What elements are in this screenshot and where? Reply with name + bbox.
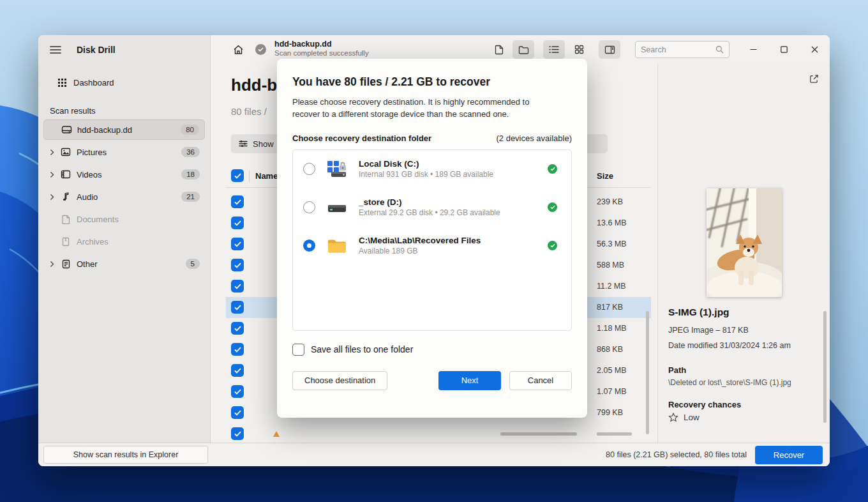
save-to-one-folder-row: Save all files to one folder (292, 344, 572, 356)
column-header-name[interactable]: Name (255, 171, 278, 181)
recovery-chance-value: Low (684, 413, 700, 422)
scan-results-section-label: Scan results (50, 106, 210, 116)
sidebar-item-label: hdd-backup.dd (77, 125, 132, 135)
preview-filename: S-IMG (1).jpg (668, 307, 730, 318)
row-checkbox[interactable] (231, 385, 244, 398)
preview-path-value: \Deleted or lost\_store\S-IMG (1).jpg (668, 378, 791, 387)
sidebar-header: Disk Drill (38, 35, 210, 64)
destination-ok-icon (548, 202, 557, 212)
save-to-one-folder-checkbox[interactable] (292, 344, 304, 356)
destination-option-store[interactable]: _store (D:) External 29.2 GB disk • 29.2… (293, 188, 571, 227)
row-checkbox[interactable] (231, 406, 244, 419)
row-checkbox[interactable] (231, 364, 244, 377)
destination-option-local-disk[interactable]: Local Disk (C:) Internal 931 GB disk • 1… (293, 150, 571, 188)
recover-button[interactable]: Recover (755, 446, 823, 464)
select-all-checkbox[interactable] (231, 169, 244, 182)
file-icon (495, 45, 504, 55)
scan-status-icon (255, 44, 266, 55)
sidebar-item-hdd-backup[interactable]: hdd-backup.dd 80 (43, 119, 205, 140)
archive-icon (57, 237, 74, 247)
row-checkbox[interactable] (231, 322, 244, 335)
search-box (635, 41, 730, 58)
row-checkbox[interactable] (231, 195, 244, 208)
row-checkbox[interactable] (231, 301, 244, 314)
radio-button[interactable] (303, 163, 315, 175)
sidebar-item-label: Videos (77, 170, 102, 179)
scan-title-block: hdd-backup.dd Scan completed successfull… (274, 40, 369, 57)
preview-scrollbar[interactable] (823, 311, 827, 423)
cancel-button[interactable]: Cancel (509, 371, 572, 390)
grid-icon (574, 45, 584, 54)
preview-image[interactable] (707, 188, 782, 297)
radio-button-selected[interactable] (303, 240, 315, 252)
maximize-button[interactable] (771, 39, 797, 59)
sidebar-item-audio[interactable]: Audio 21 (43, 186, 205, 207)
choose-destination-button[interactable]: Choose destination (292, 371, 387, 390)
destination-details: External 29.2 GB disk • 29.2 GB availabl… (359, 208, 500, 217)
scan-title: hdd-backup.dd (274, 40, 369, 49)
sidebar-item-pictures[interactable]: Pictures 36 (43, 142, 205, 162)
selection-status-text: 80 files (2.21 GB) selected, 80 files to… (606, 443, 747, 466)
sidebar-item-other[interactable]: Other 5 (43, 254, 205, 274)
row-checkbox[interactable] (231, 427, 244, 440)
hamburger-menu-icon[interactable] (50, 45, 61, 54)
filter-sliders-icon (239, 140, 248, 148)
radio-button[interactable] (303, 201, 315, 213)
destination-details: Internal 931 GB disk • 189 GB available (359, 170, 493, 179)
file-size: 588 MB (597, 255, 624, 276)
file-row-partial[interactable] (226, 423, 651, 443)
file-size: 11.2 MB (597, 276, 626, 297)
file-view-button[interactable] (488, 40, 510, 59)
destination-ok-icon (548, 164, 557, 174)
count-badge: 36 (181, 147, 200, 157)
chevron-right-icon[interactable] (46, 171, 57, 178)
sidebar-item-label: Documents (77, 215, 119, 224)
other-file-icon (57, 259, 74, 269)
dialog-section-row: Choose recovery destination folder (2 de… (292, 133, 572, 143)
sidebar-item-label: Archives (77, 237, 108, 247)
preview-path-label: Path (668, 365, 686, 375)
file-size: 2.05 MB (597, 360, 627, 381)
column-header-size[interactable]: Size (597, 171, 613, 181)
open-external-icon (809, 73, 819, 84)
row-checkbox[interactable] (231, 259, 244, 271)
row-checkbox[interactable] (231, 217, 244, 229)
dashboard-label: Dashboard (73, 78, 114, 87)
sidebar-item-videos[interactable]: Videos 18 (43, 164, 205, 185)
folder-icon (518, 45, 529, 54)
folder-view-button[interactable] (513, 40, 534, 59)
destination-name: Local Disk (C:) (359, 159, 493, 169)
destination-list: Local Disk (C:) Internal 931 GB disk • 1… (292, 149, 572, 331)
row-checkbox[interactable] (231, 238, 244, 250)
scan-status-text: Scan completed successfully (274, 49, 369, 57)
file-size: 799 KB (597, 402, 623, 423)
show-in-explorer-button[interactable]: Show scan results in Explorer (43, 446, 208, 464)
chevron-right-icon[interactable] (46, 261, 57, 268)
sidebar-item-dashboard[interactable]: Dashboard (57, 73, 204, 92)
next-button[interactable]: Next (438, 371, 501, 390)
file-list-scrollbar[interactable] (646, 311, 649, 434)
chevron-right-icon[interactable] (46, 149, 57, 156)
audio-note-icon (57, 192, 74, 201)
videos-icon (57, 170, 74, 179)
destination-ok-icon (548, 241, 557, 250)
count-badge: 80 (181, 125, 199, 135)
close-button[interactable] (802, 39, 827, 59)
sidebar-item-label: Pictures (77, 148, 107, 157)
chevron-right-icon[interactable] (46, 194, 57, 201)
list-icon (549, 45, 559, 54)
window-footer: Show scan results in Explorer 80 files (… (38, 443, 830, 466)
show-filter-button[interactable]: Show (231, 134, 281, 153)
show-filter-label: Show (253, 139, 274, 149)
list-view-button[interactable] (543, 40, 565, 59)
home-button[interactable] (227, 40, 249, 59)
search-input[interactable] (641, 45, 715, 54)
minimize-button[interactable] (740, 39, 766, 59)
destination-option-recovered-files[interactable]: C:\Media\Lab\Recovered Files Available 1… (293, 227, 571, 265)
open-external-button[interactable] (807, 72, 821, 86)
grid-view-button[interactable] (568, 40, 590, 59)
dialog-buttons: Choose destination Next Cancel (292, 371, 572, 390)
row-checkbox[interactable] (231, 280, 244, 293)
row-checkbox[interactable] (231, 343, 244, 356)
panel-toggle-button[interactable] (599, 40, 620, 59)
